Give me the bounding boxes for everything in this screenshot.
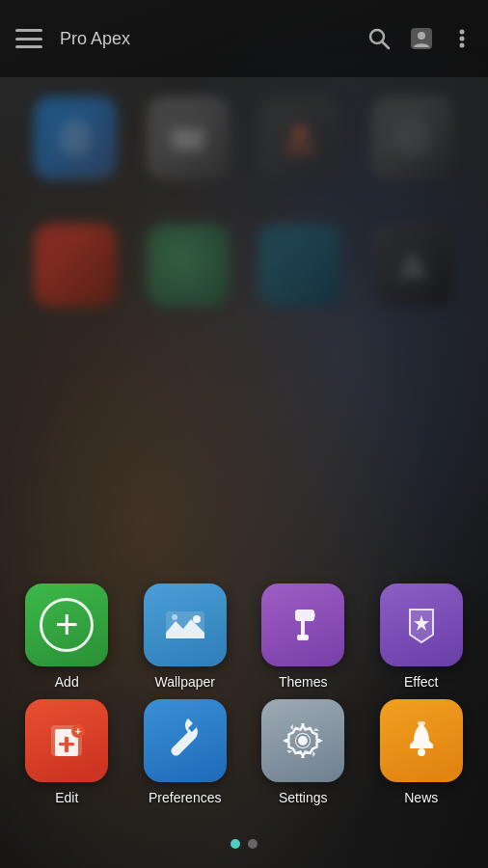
settings-label: Settings (279, 790, 328, 805)
status-bar: Pro Apex (0, 0, 488, 77)
status-bar-left: Pro Apex (15, 29, 130, 49)
svg-point-1 (292, 125, 308, 141)
edit-icon-wrap[interactable]: + (25, 699, 108, 782)
preferences-label: Preferences (149, 790, 221, 805)
wallpaper-icon-wrap[interactable] (144, 583, 227, 666)
svg-point-10 (460, 43, 465, 48)
app-item-effect[interactable]: Effect (368, 583, 474, 690)
edit-label: Edit (55, 790, 78, 805)
svg-point-8 (460, 30, 465, 35)
add-icon-wrap[interactable]: + (25, 583, 108, 666)
news-label: News (404, 790, 438, 805)
add-circle: + (40, 598, 94, 652)
settings-icon-wrap[interactable] (261, 699, 344, 782)
app-row-2: + Edit Preferences (8, 699, 480, 805)
settings-svg (278, 716, 328, 766)
bg-icon (147, 224, 230, 307)
svg-rect-0 (172, 128, 204, 151)
wallpaper-svg (160, 600, 210, 650)
app-item-news[interactable]: News (368, 699, 474, 805)
app-row-1: + Add Wallpaper (8, 583, 480, 690)
bg-icon (258, 224, 341, 307)
app-title: Pro Apex (60, 29, 130, 49)
profile-icon[interactable] (409, 26, 434, 51)
bg-icon (34, 96, 117, 179)
news-svg (396, 716, 447, 766)
bg-icon (34, 224, 117, 307)
page-indicators (0, 839, 488, 849)
svg-rect-27 (418, 721, 425, 725)
svg-text:+: + (75, 725, 81, 737)
svg-line-5 (382, 41, 389, 48)
more-options-icon[interactable] (451, 26, 473, 51)
bg-icon (147, 96, 230, 179)
wallpaper-label: Wallpaper (154, 674, 215, 690)
svg-point-13 (172, 614, 177, 620)
svg-point-9 (460, 37, 465, 41)
app-item-wallpaper[interactable]: Wallpaper (132, 583, 238, 690)
app-item-edit[interactable]: + Edit (14, 699, 120, 805)
svg-rect-16 (297, 635, 309, 640)
app-item-themes[interactable]: Themes (250, 583, 356, 690)
svg-rect-22 (65, 737, 68, 752)
page-dot-2[interactable] (248, 839, 258, 849)
svg-rect-17 (311, 613, 315, 617)
effect-svg (396, 600, 447, 650)
bg-icon (258, 96, 341, 179)
themes-icon-wrap[interactable] (261, 583, 344, 666)
effect-label: Effect (404, 674, 439, 690)
hamburger-icon[interactable] (15, 29, 42, 48)
svg-point-12 (193, 615, 201, 623)
themes-svg (278, 600, 328, 650)
bg-icon (371, 96, 454, 179)
app-item-preferences[interactable]: Preferences (132, 699, 238, 805)
svg-point-26 (418, 748, 425, 756)
edit-svg: + (41, 716, 92, 766)
preferences-svg (160, 716, 210, 766)
svg-rect-2 (285, 143, 314, 154)
plus-symbol: + (55, 605, 79, 645)
effect-icon-wrap[interactable] (380, 583, 463, 666)
bg-icon (371, 224, 454, 307)
bg-apps (0, 96, 488, 322)
themes-label: Themes (279, 674, 328, 690)
app-item-add[interactable]: + Add (14, 583, 120, 690)
status-bar-right (366, 26, 473, 51)
search-icon[interactable] (366, 26, 392, 51)
svg-point-7 (418, 32, 425, 40)
app-grid: + Add Wallpaper (0, 583, 488, 815)
news-icon-wrap[interactable] (380, 699, 463, 782)
page-dot-1[interactable] (230, 839, 240, 849)
preferences-icon-wrap[interactable] (144, 699, 227, 782)
app-item-settings[interactable]: Settings (250, 699, 356, 805)
add-label: Add (55, 674, 79, 690)
